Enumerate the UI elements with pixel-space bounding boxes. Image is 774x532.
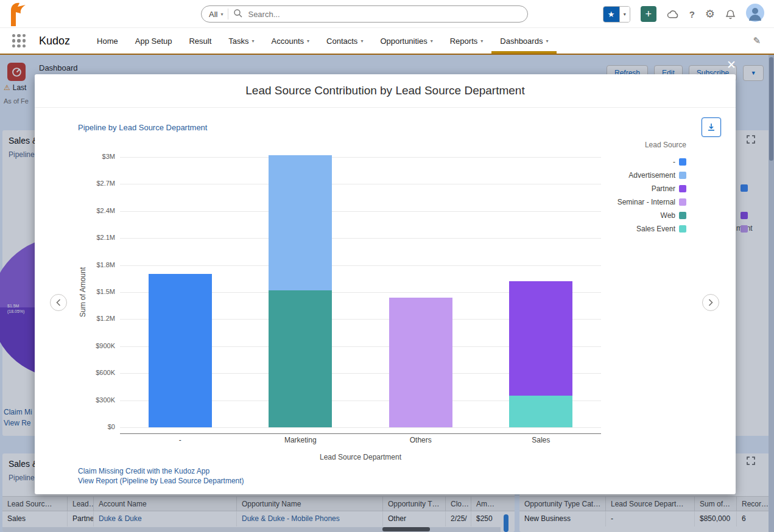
search-scope-select[interactable]: All ▾ — [208, 10, 227, 19]
help-icon[interactable]: ? — [689, 9, 695, 19]
nav-tab-label: App Setup — [135, 37, 172, 46]
lead-source-modal: Lead Source Contribution by Lead Source … — [35, 74, 736, 494]
search-icon — [233, 9, 242, 20]
legend-label: Seminar - Internal — [617, 198, 675, 206]
nav-tab-label: Tasks — [228, 37, 248, 46]
nav-tab-opportunities[interactable]: Opportunities▾ — [371, 28, 441, 54]
close-icon[interactable]: ✕ — [724, 58, 739, 72]
x-category-label: Sales — [481, 436, 602, 444]
user-avatar[interactable] — [746, 4, 764, 24]
chevron-down-icon[interactable]: ▾ — [252, 38, 255, 44]
nav-tab-dashboards[interactable]: Dashboards▾ — [491, 28, 557, 54]
nav-tab-label: Reports — [450, 37, 478, 46]
legend-item[interactable]: Partner — [617, 182, 686, 195]
download-button[interactable] — [702, 117, 721, 137]
gridline — [120, 265, 601, 266]
y-axis-ticks: $0$300K$600K$900K$1.2M$1.5M$1.8M$2.1M$2.… — [72, 157, 115, 427]
chart-area: Pipeline by Lead Source Department Lead … — [35, 108, 736, 494]
nav-tab-reports[interactable]: Reports▾ — [442, 28, 492, 54]
bar-segment[interactable] — [509, 281, 572, 396]
y-tick-label: $1.8M — [72, 261, 115, 268]
nav-tab-accounts[interactable]: Accounts▾ — [263, 28, 318, 54]
search-input[interactable] — [247, 9, 521, 19]
bell-icon[interactable] — [725, 9, 736, 19]
bar-segment[interactable] — [389, 298, 452, 427]
legend-swatch — [679, 212, 686, 219]
favorites-control[interactable]: ★ ▾ — [603, 6, 630, 23]
chevron-down-icon[interactable]: ▾ — [619, 7, 630, 22]
app-logo-icon — [6, 2, 28, 29]
chart-legend-items: -AdvertisementPartnerSeminar - InternalW… — [617, 155, 686, 236]
y-tick-label: $1.2M — [72, 315, 115, 322]
legend-label: Sales Event — [636, 225, 675, 233]
bar-segment[interactable] — [269, 155, 332, 290]
header-actions: ★ ▾ + ? ⚙ — [603, 5, 764, 23]
star-icon[interactable]: ★ — [603, 7, 619, 22]
search-scope-label: All — [209, 10, 217, 19]
previous-chart-button[interactable] — [50, 294, 67, 311]
x-axis-categories: -MarketingOthersSales — [120, 436, 601, 446]
x-category-label: Others — [361, 436, 481, 444]
quick-create-button[interactable]: + — [641, 6, 656, 22]
nav-tab-label: Home — [97, 37, 118, 46]
view-report-link[interactable]: View Report (Pipeline by Lead Source Dep… — [78, 477, 244, 485]
chevron-down-icon[interactable]: ▾ — [361, 38, 363, 44]
legend-item[interactable]: Sales Event — [617, 222, 686, 236]
app-launcher-icon[interactable] — [12, 34, 26, 47]
bar-segment[interactable] — [509, 396, 572, 427]
edit-nav-pencil-icon[interactable]: ✎ — [753, 35, 761, 46]
nav-tab-home[interactable]: Home — [88, 28, 127, 54]
chevron-down-icon[interactable]: ▾ — [546, 38, 548, 44]
chevron-down-icon[interactable]: ▾ — [431, 38, 433, 44]
screen: All ▾ ★ ▾ + ? ⚙ — [0, 0, 774, 532]
nav-tab-app-setup[interactable]: App Setup — [127, 28, 181, 54]
gridline — [120, 157, 601, 158]
modal-title: Lead Source Contribution by Lead Source … — [245, 84, 524, 97]
next-chart-button[interactable] — [702, 294, 719, 311]
x-axis-title: Lead Source Department — [120, 453, 601, 461]
legend-label: Web — [661, 211, 675, 220]
nav-tab-result[interactable]: Result — [180, 28, 220, 54]
global-search[interactable]: All ▾ — [201, 5, 528, 23]
nav-tab-contacts[interactable]: Contacts▾ — [318, 28, 371, 54]
legend-item[interactable]: Web — [617, 209, 686, 222]
legend-label: Partner — [652, 184, 675, 193]
legend-item[interactable]: - — [617, 155, 686, 169]
y-tick-label: $600K — [72, 369, 115, 376]
gear-icon[interactable]: ⚙ — [705, 7, 715, 21]
app-name: Kudoz — [39, 35, 70, 47]
nav-tab-tasks[interactable]: Tasks▾ — [220, 28, 262, 54]
y-tick-label: $0 — [72, 423, 115, 430]
chevron-down-icon[interactable]: ▾ — [480, 38, 483, 44]
nav-tab-label: Contacts — [326, 37, 357, 46]
legend-swatch — [679, 158, 686, 166]
chevron-down-icon[interactable]: ▾ — [307, 38, 309, 44]
modal-header: Lead Source Contribution by Lead Source … — [35, 74, 736, 108]
gridline — [120, 238, 601, 239]
legend-swatch — [679, 198, 686, 206]
y-tick-label: $2.4M — [72, 207, 115, 214]
global-header: All ▾ ★ ▾ + ? ⚙ — [0, 0, 774, 28]
legend-item[interactable]: Seminar - Internal — [617, 195, 686, 209]
chevron-down-icon: ▾ — [220, 12, 223, 17]
bar-segment[interactable] — [269, 290, 332, 427]
x-category-label: - — [120, 436, 241, 444]
y-tick-label: $3M — [72, 153, 115, 160]
bar-segment[interactable] — [149, 274, 212, 427]
gridline — [120, 211, 601, 212]
legend-item[interactable]: Advertisement — [617, 169, 686, 182]
gridline — [120, 427, 601, 428]
chart-legend: Lead Source -AdvertisementPartnerSeminar… — [617, 141, 686, 236]
y-tick-label: $2.7M — [72, 180, 115, 187]
plot-area — [120, 157, 601, 427]
divider — [228, 9, 228, 19]
chart-title-link[interactable]: Pipeline by Lead Source Department — [78, 123, 207, 132]
legend-title: Lead Source — [617, 141, 686, 149]
legend-label: Advertisement — [628, 171, 675, 180]
legend-label: - — [673, 158, 675, 166]
y-tick-label: $1.5M — [72, 288, 115, 295]
claim-credit-link[interactable]: Claim Missing Credit with the Kudoz App — [78, 467, 209, 475]
x-category-label: Marketing — [241, 436, 361, 444]
app-navbar: Kudoz Home App Setup Result Tasks▾ Accou… — [0, 28, 774, 55]
setup-cloud-icon[interactable] — [667, 9, 679, 19]
